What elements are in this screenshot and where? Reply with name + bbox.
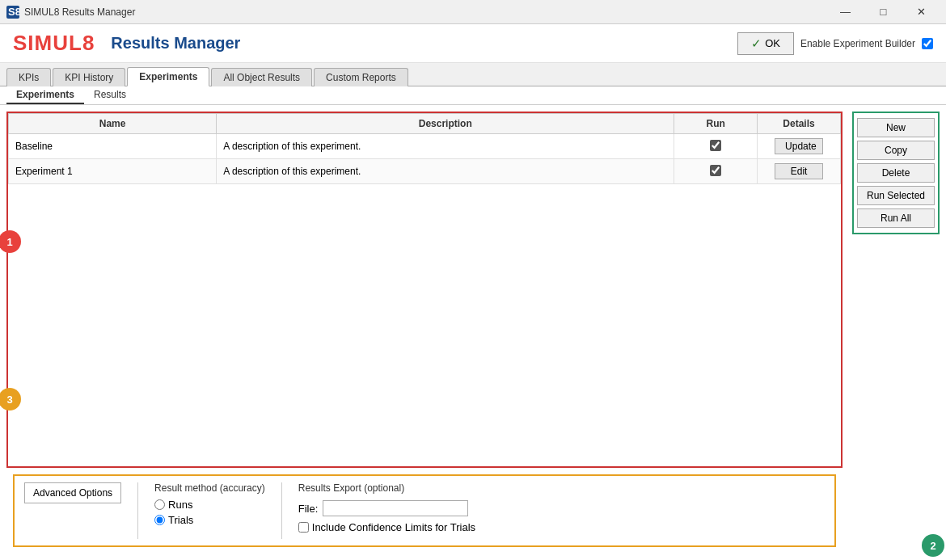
right-panel-box: New Copy Delete Run Selected Run All [852,112,940,234]
run-checkbox-baseline[interactable] [710,140,721,151]
separator-2 [281,482,282,539]
confidence-checkbox[interactable] [298,522,309,533]
experiment-details-baseline: Update [758,134,841,159]
enable-experiment-checkbox[interactable] [922,38,933,49]
runs-radio[interactable] [154,499,165,510]
experiment-details-exp1: Edit [758,159,841,184]
file-row: File: [298,500,475,516]
ok-checkmark-icon: ✓ [751,36,762,51]
enable-experiment-label: Enable Experiment Builder [800,38,915,49]
result-method-section: Result method (accuracy) Runs Trials [154,482,265,526]
experiments-container: Name Description Run Details Baseline A … [6,112,843,468]
tabs-row: KPIs KPI History Experiments All Object … [0,63,946,86]
bubble-2: 2 [922,534,944,557]
svg-text:S8: S8 [8,6,19,18]
update-button-baseline[interactable]: Update [775,138,823,154]
trials-radio-row[interactable]: Trials [154,514,265,526]
tab-experiments[interactable]: Experiments [127,67,209,86]
run-all-button[interactable]: Run All [857,208,935,228]
app-title: Results Manager [111,34,240,53]
file-label: File: [298,503,319,515]
experiment-run-exp1[interactable] [674,159,758,184]
confidence-label: Include Confidence Limits for Trials [312,521,475,533]
delete-button[interactable]: Delete [857,163,935,183]
tab-custom-reports[interactable]: Custom Reports [314,68,408,86]
export-label: Results Export (optional) [298,482,475,494]
col-header-description: Description [217,114,674,134]
advanced-options-button[interactable]: Advanced Options [24,482,121,503]
separator [137,482,138,539]
app-icon: S8 [6,6,19,19]
minimize-button[interactable]: — [827,4,864,20]
table-row: Baseline A description of this experimen… [9,134,841,159]
result-method-label: Result method (accuracy) [154,482,265,494]
ok-label: OK [765,37,780,49]
tab-kpi-history[interactable]: KPI History [53,68,125,86]
subtab-results[interactable]: Results [84,86,136,104]
tab-kpis[interactable]: KPIs [6,68,51,86]
main-panel: 1 Name Description Run Details [0,105,849,560]
runs-label: Runs [168,499,192,511]
main-window: SIMUL8 Results Manager ✓ OK Enable Exper… [0,24,946,560]
experiment-desc-exp1: A description of this experiment. [217,159,674,184]
file-input[interactable] [323,500,468,516]
ok-button[interactable]: ✓ OK [737,32,794,55]
results-export-section: Results Export (optional) File: Include … [298,482,475,533]
run-checkbox-exp1[interactable] [710,165,721,176]
right-panel: New Copy Delete Run Selected Run All 2 [849,105,946,560]
window-title: SIMUL8 Results Manager [24,6,827,18]
tab-all-object-results[interactable]: All Object Results [211,68,312,86]
bottom-panel: Advanced Options Result method (accuracy… [13,474,836,547]
header-right: ✓ OK Enable Experiment Builder [737,32,933,55]
titlebar: S8 SIMUL8 Results Manager — □ ✕ [0,0,946,24]
subtabs-row: Experiments Results [0,86,946,105]
experiment-name-exp1: Experiment 1 [9,159,217,184]
experiment-run-baseline[interactable] [674,134,758,159]
content-area: 1 Name Description Run Details [0,105,946,560]
col-header-run: Run [674,114,758,134]
experiments-table: Name Description Run Details Baseline A … [8,113,841,184]
col-header-details: Details [758,114,841,134]
table-row: Experiment 1 A description of this exper… [9,159,841,184]
run-selected-button[interactable]: Run Selected [857,186,935,205]
col-header-name: Name [9,114,217,134]
app-header: SIMUL8 Results Manager ✓ OK Enable Exper… [0,24,946,63]
close-button[interactable]: ✕ [903,4,940,20]
confidence-row[interactable]: Include Confidence Limits for Trials [298,521,475,533]
new-button[interactable]: New [857,118,935,137]
copy-button[interactable]: Copy [857,141,935,160]
trials-radio[interactable] [154,515,165,525]
experiment-desc-baseline: A description of this experiment. [217,134,674,159]
simul8-logo: SIMUL8 [13,31,95,56]
maximize-button[interactable]: □ [865,4,902,20]
trials-label: Trials [168,514,193,526]
window-controls: — □ ✕ [827,4,940,20]
runs-radio-row[interactable]: Runs [154,499,265,511]
edit-button-exp1[interactable]: Edit [775,163,823,179]
subtab-experiments[interactable]: Experiments [6,86,84,104]
experiment-name-baseline: Baseline [9,134,217,159]
